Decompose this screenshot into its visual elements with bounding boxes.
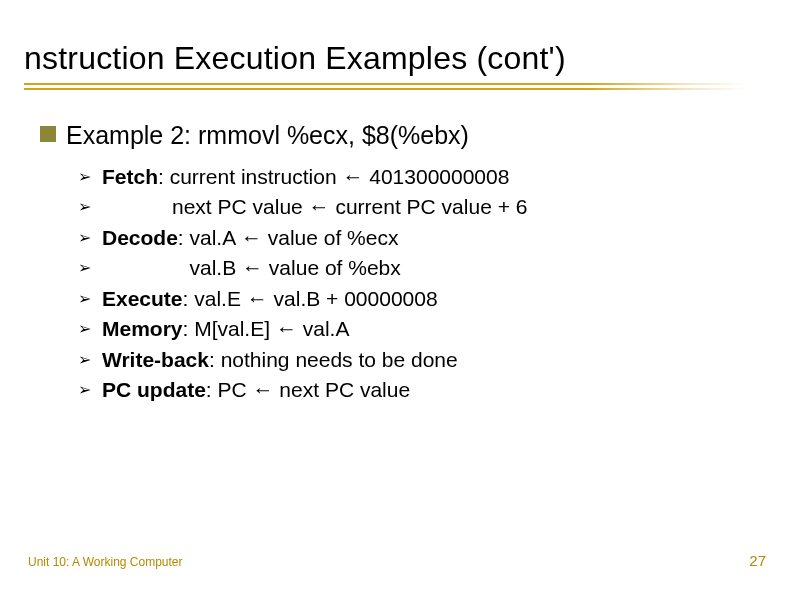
step-detail: : val.A ← value of %ecx <box>178 226 399 249</box>
step-item: ➢ Execute: val.E ← val.B + 00000008 <box>78 284 766 314</box>
step-detail: : current instruction ← 401300000008 <box>158 165 509 188</box>
chevron-icon: ➢ <box>78 162 96 188</box>
step-item: ➢ val.B ← value of %ebx <box>78 253 766 283</box>
step-item: ➢ Decode: val.A ← value of %ecx <box>78 223 766 253</box>
example-bullet: Example 2: rmmovl %ecx, $8(%ebx) <box>40 121 766 150</box>
step-item: ➢ Memory: M[val.E] ← val.A <box>78 314 766 344</box>
step-detail: : M[val.E] ← val.A <box>183 317 350 340</box>
footer-page-number: 27 <box>749 552 766 569</box>
step-stage: Fetch <box>102 165 158 188</box>
slide: nstruction Execution Examples (cont') Ex… <box>0 0 794 595</box>
step-stage: Memory <box>102 317 183 340</box>
step-stage: Write-back <box>102 348 209 371</box>
step-detail: next PC value ← current PC value + 6 <box>102 195 527 218</box>
step-stage: Execute <box>102 287 183 310</box>
example-prefix: Example 2: <box>66 121 198 149</box>
step-item: ➢ next PC value ← current PC value + 6 <box>78 192 766 222</box>
footer: Unit 10: A Working Computer 27 <box>28 552 766 569</box>
chevron-icon: ➢ <box>78 345 96 371</box>
step-detail: : PC ← next PC value <box>206 378 410 401</box>
slide-title: nstruction Execution Examples (cont') <box>24 40 766 77</box>
chevron-icon: ➢ <box>78 192 96 218</box>
step-detail: : val.E ← val.B + 00000008 <box>183 287 438 310</box>
step-item: ➢ Write-back: nothing needs to be done <box>78 345 766 375</box>
chevron-icon: ➢ <box>78 375 96 401</box>
step-stage: Decode <box>102 226 178 249</box>
title-underline <box>24 83 746 97</box>
step-detail: val.B ← value of %ebx <box>102 256 401 279</box>
step-item: ➢ Fetch: current instruction ← 401300000… <box>78 162 766 192</box>
chevron-icon: ➢ <box>78 314 96 340</box>
chevron-icon: ➢ <box>78 253 96 279</box>
step-item: ➢ PC update: PC ← next PC value <box>78 375 766 405</box>
chevron-icon: ➢ <box>78 223 96 249</box>
example-code: rmmovl %ecx, $8(%ebx) <box>198 121 469 149</box>
chevron-icon: ➢ <box>78 284 96 310</box>
footer-unit: Unit 10: A Working Computer <box>28 555 183 569</box>
step-stage: PC update <box>102 378 206 401</box>
square-bullet-icon <box>40 126 56 142</box>
steps-list: ➢ Fetch: current instruction ← 401300000… <box>78 162 766 406</box>
step-detail: : nothing needs to be done <box>209 348 458 371</box>
example-text: Example 2: rmmovl %ecx, $8(%ebx) <box>66 121 469 150</box>
